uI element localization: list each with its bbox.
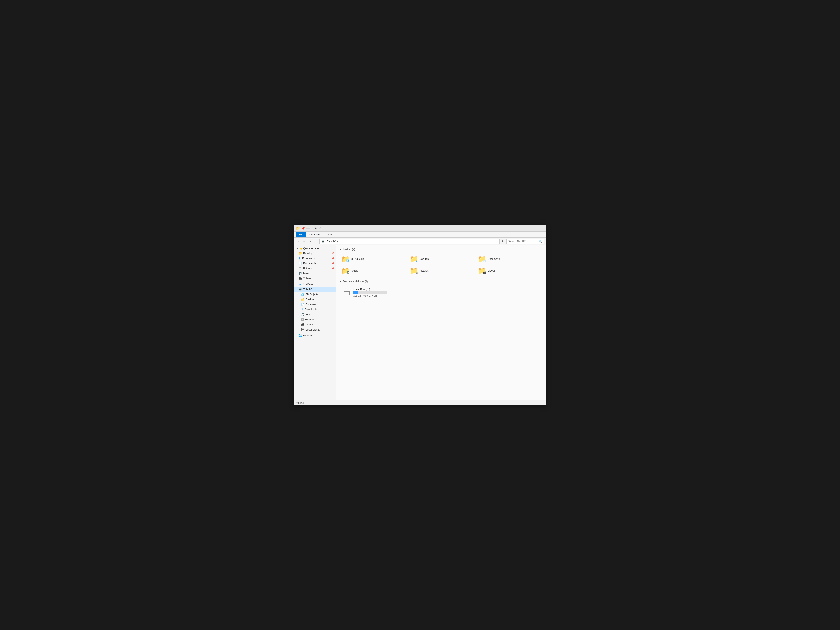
sidebar: ▼ ⭐ Quick access 📁 Desktop 📌 ⬇ Downloads… <box>294 245 336 400</box>
sidebar-item-pictures-pc[interactable]: 🖼 Pictures <box>294 317 336 322</box>
devices-section-header[interactable]: ▼ Devices and drives (1) <box>339 280 542 284</box>
3d-overlay-icon: 🧊 <box>346 259 350 262</box>
path-separator: › <box>325 240 326 243</box>
sidebar-item-downloads-pc[interactable]: ⬇ Downloads <box>294 307 336 312</box>
forward-button[interactable]: → <box>302 239 307 244</box>
ribbon-tabs: File Computer View <box>294 232 546 237</box>
music-pc-label: Music <box>306 313 312 316</box>
folder-documents-label: Documents <box>488 257 501 261</box>
sidebar-item-onedrive[interactable]: ☁ OneDrive <box>294 282 336 287</box>
videos-qa-icon: 🎬 <box>298 277 302 280</box>
local-disk-icon-wrap: 🖴 <box>342 288 351 297</box>
folders-section-header[interactable]: ▼ Folders (7) <box>339 248 542 252</box>
drive-bar-wrap <box>354 291 387 294</box>
sidebar-item-documents-pc[interactable]: 📄 Documents <box>294 302 336 307</box>
window-title: This PC <box>312 227 321 230</box>
search-input[interactable] <box>508 240 538 243</box>
videos-pc-icon: 🎬 <box>301 323 305 326</box>
documents-folder-icon-wrap: 📁 📄 <box>478 255 486 263</box>
folder-item-desktop[interactable]: 📁 🖥 Desktop <box>408 254 474 264</box>
ribbon: File Computer View <box>294 232 546 238</box>
downloads-pc-label: Downloads <box>305 308 317 311</box>
documents-overlay-icon: 📄 <box>483 260 486 262</box>
pictures-pc-label: Pictures <box>305 318 314 321</box>
music-qa-label: Music <box>303 272 310 275</box>
videos-folder-icon-wrap: 📁 🎬 <box>478 267 486 275</box>
desktop-qa-label: Desktop <box>303 252 313 255</box>
address-path[interactable]: 💻 › This PC > <box>319 239 500 244</box>
path-text: This PC > <box>327 240 338 243</box>
folder-3d-label: 3D Objects <box>351 257 364 261</box>
music-qa-icon: 🎵 <box>298 272 302 275</box>
folder-music-label: Music <box>351 269 358 272</box>
quick-access-chevron: ▼ <box>296 247 298 250</box>
quick-access-text: Quick access <box>303 247 319 250</box>
sidebar-item-downloads-qa[interactable]: ⬇ Downloads 📌 <box>294 256 336 261</box>
folder-desktop-label: Desktop <box>420 257 429 261</box>
music-folder-icon-wrap: 📁 🎵 <box>341 267 350 275</box>
sidebar-item-3d-objects[interactable]: 🧊 3D Objects <box>294 292 336 297</box>
main-area: ▼ ⭐ Quick access 📁 Desktop 📌 ⬇ Downloads… <box>294 245 546 400</box>
folder-item-videos[interactable]: 📁 🎬 Videos <box>476 266 542 276</box>
desktop-overlay-icon: 🖥 <box>415 259 418 262</box>
this-pc-label: This PC <box>303 288 312 291</box>
device-local-disk[interactable]: 🖴 Local Disk (C:) 203 GB free of 237 GB <box>339 286 390 298</box>
local-disk-icon: 🖴 <box>343 289 350 296</box>
status-bar: 8 items <box>294 400 546 405</box>
back-button[interactable]: ← <box>296 239 301 244</box>
documents-qa-label: Documents <box>303 262 316 265</box>
folder-videos-label: Videos <box>488 269 495 272</box>
desktop-pc-icon: 📁 <box>301 298 305 301</box>
sidebar-item-documents-qa[interactable]: 📄 Documents 📌 <box>294 261 336 266</box>
tab-view[interactable]: View <box>324 232 335 237</box>
sidebar-item-network[interactable]: 🌐 Network <box>294 333 336 338</box>
address-bar: ← → ▼ ↑ 💻 › This PC > ↻ 🔍 <box>294 238 546 245</box>
sidebar-item-music-qa[interactable]: 🎵 Music <box>294 271 336 276</box>
network-label: Network <box>303 334 313 337</box>
desktop-folder-icon-wrap: 📁 🖥 <box>409 255 418 263</box>
sidebar-item-desktop-pc[interactable]: 📁 Desktop <box>294 297 336 302</box>
local-disk-sidebar-icon: 💾 <box>301 328 305 332</box>
quick-access-label: ⭐ <box>299 247 302 250</box>
recent-locations-button[interactable]: ▼ <box>308 239 313 244</box>
sidebar-item-this-pc[interactable]: 💻 This PC <box>294 287 336 292</box>
tab-computer[interactable]: Computer <box>306 232 324 237</box>
folder-item-documents[interactable]: 📁 📄 Documents <box>476 254 542 264</box>
minimize-icon[interactable]: — <box>306 226 310 231</box>
search-box[interactable]: 🔍 <box>506 239 544 244</box>
devices-section-label: Devices and drives (1) <box>343 280 368 283</box>
sidebar-item-local-disk[interactable]: 💾 Local Disk (C:) <box>294 327 336 332</box>
music-overlay-icon: 🎵 <box>346 271 350 274</box>
desktop-pc-label: Desktop <box>306 298 315 301</box>
drive-bar-fill <box>354 291 358 294</box>
pictures-qa-label: Pictures <box>303 267 312 270</box>
pin-icon-downloads: 📌 <box>332 257 334 260</box>
sidebar-item-music-pc[interactable]: 🎵 Music <box>294 312 336 317</box>
videos-overlay-icon: 🎬 <box>483 271 486 274</box>
local-disk-label: Local Disk (C:) <box>306 328 322 331</box>
local-disk-size: 203 GB free of 237 GB <box>354 294 387 297</box>
3d-objects-label: 3D Objects <box>306 293 318 296</box>
sidebar-item-videos-qa[interactable]: 🎬 Videos <box>294 276 336 281</box>
network-icon: 🌐 <box>298 334 302 337</box>
folder-item-music[interactable]: 📁 🎵 Music <box>339 266 406 276</box>
sidebar-item-pictures-qa[interactable]: 🖼 Pictures 📌 <box>294 266 336 271</box>
pictures-folder-icon-wrap: 📁 🖼 <box>409 267 418 275</box>
folder-item-3d[interactable]: 📁 🧊 3D Objects <box>339 254 406 264</box>
devices-grid: 🖴 Local Disk (C:) 203 GB free of 237 GB <box>339 286 542 298</box>
pictures-overlay-icon: 🖼 <box>415 272 418 274</box>
quick-access-header[interactable]: ▼ ⭐ Quick access <box>294 246 336 251</box>
refresh-button[interactable]: ↻ <box>501 239 505 244</box>
tab-file[interactable]: File <box>296 232 306 237</box>
folder-item-pictures[interactable]: 📁 🖼 Pictures <box>408 266 474 276</box>
documents-pc-label: Documents <box>306 303 319 306</box>
devices-chevron: ▼ <box>339 280 342 283</box>
local-disk-name: Local Disk (C:) <box>354 288 387 291</box>
sidebar-item-videos-pc[interactable]: 🎬 Videos <box>294 322 336 327</box>
documents-pc-icon: 📄 <box>301 303 305 306</box>
3d-icon: 🧊 <box>301 293 305 296</box>
onedrive-icon: ☁ <box>298 283 302 286</box>
sidebar-item-desktop-qa[interactable]: 📁 Desktop 📌 <box>294 251 336 256</box>
up-button[interactable]: ↑ <box>314 239 319 244</box>
status-text: 8 items <box>296 401 304 404</box>
